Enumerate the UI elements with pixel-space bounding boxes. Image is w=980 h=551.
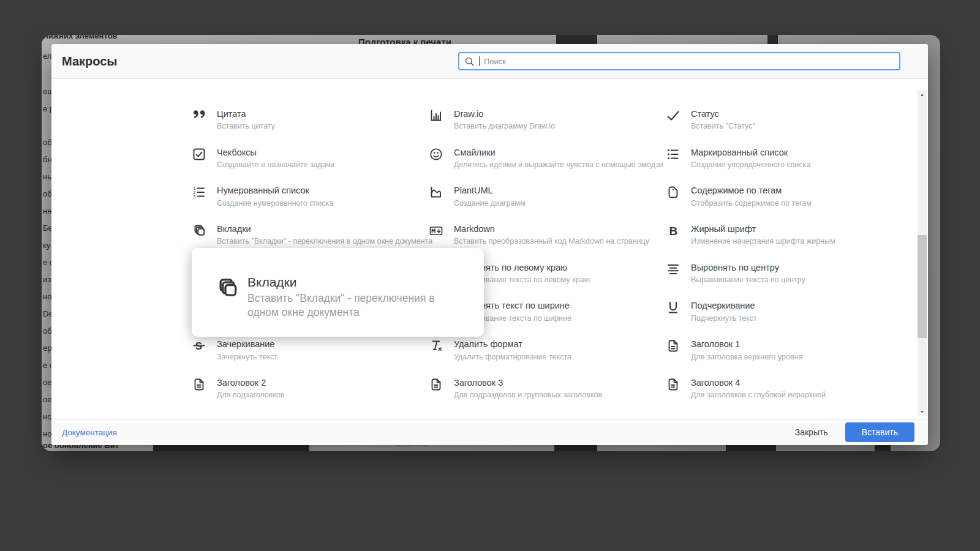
tooltip-title: Вкладки	[247, 275, 450, 290]
macro-title: Заголовок 2	[217, 378, 285, 388]
macro-title: Смайлики	[454, 148, 663, 158]
tooltip-description: Вставить "Вкладки" - переключения в одно…	[247, 291, 450, 320]
macro-title: Заголовок 4	[691, 378, 826, 388]
macro-text: ВкладкиВставить "Вкладки" - переключения…	[217, 224, 432, 246]
macro-text: Заголовок 1Для заголовка верхнего уровня	[691, 339, 802, 361]
macro-description: Создавайте и назначайте задачи	[217, 160, 334, 169]
macro-description: Создание упорядоченного списка	[691, 160, 810, 169]
macro-title: Статус	[691, 109, 755, 119]
numbered-list-icon: 123	[192, 185, 206, 200]
macro-title: Подчеркивание	[691, 301, 757, 311]
tooltip-text: Вкладки Вставить "Вкладки" - переключени…	[247, 275, 450, 337]
close-button[interactable]: Закрыть	[786, 424, 837, 441]
macro-item[interactable]: СмайликиДелитесь идеями и выражайте чувс…	[429, 148, 666, 186]
align-center-icon	[666, 262, 680, 277]
strikethrough-icon: S	[192, 339, 206, 353]
status-check-icon	[666, 108, 680, 123]
macro-item[interactable]: ЦитатаВставить цитату	[192, 109, 429, 148]
macro-title: Markdown	[454, 224, 649, 234]
macro-title: Содержимое по тегам	[691, 186, 812, 196]
backdrop-rect	[767, 35, 778, 44]
svg-text:3: 3	[194, 195, 196, 199]
page-fragment: об	[43, 327, 52, 335]
macro-description: Отобразить содержимое по тегам	[691, 199, 812, 208]
macro-item[interactable]: Содержимое по тегамОтобразить содержимое…	[666, 186, 903, 224]
svg-text:2: 2	[194, 190, 196, 195]
page-fragment: из	[43, 276, 51, 284]
dialog-title: Макросы	[62, 54, 117, 69]
macro-description: Вставить диаграмму Draw.io	[454, 122, 555, 130]
macro-text: MarkdownВставить преобразованный код Mar…	[454, 224, 649, 246]
search-input[interactable]	[484, 57, 894, 66]
scroll-down-arrow[interactable]: ▼	[918, 407, 927, 416]
macro-item[interactable]: BЖирный шрифтИзменение начертания шрифта…	[666, 224, 903, 263]
heading-icon	[429, 377, 443, 392]
macro-item[interactable]: PlantUMLСоздание диаграмм	[429, 186, 666, 224]
macro-description: Вставить "Вкладки" - переключения в одно…	[217, 237, 432, 246]
search-box[interactable]	[458, 52, 900, 70]
macro-text: Нумерованный списокСоздание нумерованног…	[217, 186, 333, 207]
markdown-icon	[429, 223, 443, 238]
macro-text: ЦитатаВставить цитату	[217, 109, 275, 130]
macro-text: Выровнять по центруВыравнивание текста п…	[691, 263, 805, 284]
page-fragment: ку	[43, 241, 50, 250]
macro-item[interactable]: Удалить форматУдалить форматирование тек…	[429, 339, 666, 378]
page-fragment: ер	[43, 344, 51, 353]
macro-description: Изменение начертания шрифта жирным	[691, 237, 835, 246]
tabs-icon	[192, 223, 206, 238]
macro-item[interactable]: ЧекбоксыСоздавайте и назначайте задачи	[192, 148, 429, 186]
macro-text: СтатусВставить "Статус"	[691, 109, 755, 130]
scroll-up-arrow[interactable]: ▲	[918, 90, 927, 99]
macro-description: Подчеркнуть текст	[691, 314, 757, 323]
plantuml-icon	[429, 185, 443, 200]
checkbox-icon	[192, 147, 206, 162]
insert-button[interactable]: Вставить	[845, 422, 914, 442]
macro-item[interactable]: СтатусВставить "Статус"	[666, 109, 903, 148]
macro-item[interactable]: Draw.ioВставить диаграмму Draw.io	[429, 109, 666, 148]
macro-description: Зачеркнуть текст	[217, 353, 277, 361]
quote-icon	[192, 108, 206, 123]
page-fragment: об	[43, 190, 52, 198]
svg-text:S: S	[195, 340, 202, 352]
macro-text: Удалить форматУдалить форматирование тек…	[454, 339, 571, 361]
macro-item[interactable]: ПодчеркиваниеПодчеркнуть текст	[666, 301, 903, 339]
heading-icon	[666, 339, 680, 353]
macro-item[interactable]: Заголовок 1Для заголовка верхнего уровня	[666, 339, 903, 378]
macro-text: ЗачеркиваниеЗачеркнуть текст	[217, 339, 277, 361]
macro-description: Для подразделов и групповых заголовков	[454, 391, 602, 399]
macro-item[interactable]: Заголовок 3Для подразделов и групповых з…	[429, 378, 666, 416]
page-fragment: ое	[43, 378, 51, 387]
backdrop-rect	[556, 35, 597, 44]
macro-title: Заголовок 1	[691, 339, 802, 350]
remove-format-icon	[429, 339, 443, 353]
svg-text:1: 1	[194, 186, 196, 190]
macro-title: Draw.io	[454, 109, 555, 119]
macro-description: Для заголовков с глубокой иерархией	[691, 391, 826, 399]
macro-text: Заголовок 3Для подразделов и групповых з…	[454, 378, 602, 399]
macro-description: Вставить "Статус"	[691, 122, 755, 130]
macro-description: Для подзаголовков	[217, 391, 285, 399]
drawio-icon	[429, 108, 443, 123]
macro-item[interactable]: Заголовок 4Для заголовков с глубокой иер…	[666, 378, 903, 416]
macro-item[interactable]: Заголовок 2Для подзаголовков	[192, 378, 429, 416]
macro-item[interactable]: Выровнять по центруВыравнивание текста п…	[666, 263, 903, 301]
macros-list: ЦитатаВставить цитатуDraw.ioВставить диа…	[51, 79, 928, 419]
documentation-link[interactable]: Документация	[62, 428, 117, 437]
macro-description: Создание диаграмм	[454, 199, 526, 208]
macro-item[interactable]: SЗачеркиваниеЗачеркнуть текст	[192, 339, 429, 378]
macro-description: Создание нумерованного списка	[217, 199, 333, 208]
macro-text: Заголовок 2Для подзаголовков	[217, 378, 285, 399]
scrollbar-thumb[interactable]	[918, 235, 927, 338]
macro-title: PlantUML	[454, 186, 526, 196]
macro-description: Делитесь идеями и выражайте чувства с по…	[454, 160, 663, 169]
macro-text: Содержимое по тегамОтобразить содержимое…	[691, 186, 812, 207]
page-fragment: ое	[43, 395, 51, 404]
macro-description: Удалить форматирование текста	[454, 353, 571, 361]
footer-buttons: Закрыть Вставить	[786, 422, 914, 442]
macro-title: Нумерованный список	[217, 186, 333, 196]
scrollbar[interactable]: ▲ ▼	[918, 90, 927, 416]
macro-item[interactable]: Маркированный списокСоздание упорядоченн…	[666, 148, 903, 186]
macro-title: Маркированный список	[691, 148, 810, 158]
macro-item[interactable]: 123Нумерованный списокСоздание нумерован…	[192, 186, 429, 224]
macro-description: Выравнивание текста по центру	[691, 276, 805, 284]
